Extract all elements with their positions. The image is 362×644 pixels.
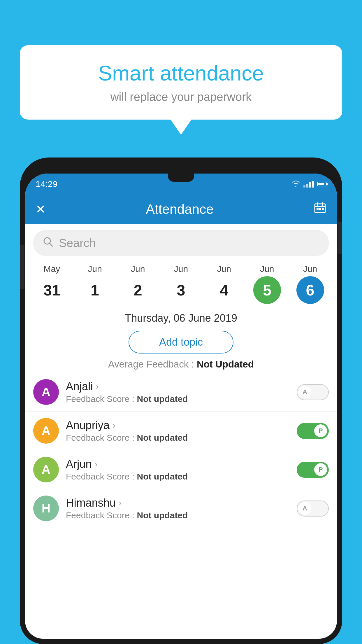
- student-info: Anupriya ›Feedback Score : Not updated: [66, 419, 290, 443]
- avatar: A: [33, 418, 59, 444]
- chevron-icon: ›: [95, 459, 98, 469]
- cal-month-label: Jun: [217, 264, 231, 274]
- phone-screen: 14:29: [25, 174, 337, 639]
- cal-month-label: Jun: [88, 264, 102, 274]
- student-info: Anjali ›Feedback Score : Not updated: [66, 380, 290, 404]
- student-score: Feedback Score : Not updated: [66, 394, 290, 404]
- svg-rect-4: [317, 208, 319, 210]
- status-time: 14:29: [36, 179, 57, 189]
- avatar: A: [33, 457, 59, 482]
- header-title: Attendance: [146, 201, 214, 217]
- chevron-icon: ›: [96, 382, 99, 391]
- attendance-toggle[interactable]: P: [297, 423, 329, 439]
- phone-frame: 14:29: [20, 158, 342, 644]
- chevron-icon: ›: [119, 498, 122, 508]
- power-button: [20, 245, 24, 289]
- student-score: Feedback Score : Not updated: [66, 472, 290, 482]
- cal-date-label: 5: [253, 276, 281, 304]
- cal-date-label: 1: [81, 276, 109, 304]
- avatar: H: [33, 496, 59, 521]
- toggle-knob: A: [298, 386, 311, 398]
- student-row[interactable]: AArjun ›Feedback Score : Not updatedP: [25, 450, 337, 489]
- toggle-knob: P: [314, 463, 327, 476]
- cal-month-label: Jun: [174, 264, 188, 274]
- cal-date-label: 31: [38, 276, 66, 304]
- calendar-day[interactable]: May31: [36, 264, 68, 304]
- attendance-toggle[interactable]: A: [297, 384, 329, 400]
- calendar-day[interactable]: Jun4: [208, 264, 240, 304]
- close-button[interactable]: ✕: [36, 202, 46, 216]
- app-header: ✕ Attendance: [25, 195, 337, 224]
- cal-month-label: Jun: [131, 264, 145, 274]
- signal-icon: [303, 181, 314, 188]
- toggle-knob: P: [314, 424, 327, 437]
- attendance-toggle[interactable]: A: [297, 501, 329, 517]
- chevron-icon: ›: [113, 420, 115, 430]
- cal-date-label: 3: [167, 276, 195, 304]
- student-row[interactable]: HHimanshu ›Feedback Score : Not updatedA: [25, 489, 337, 528]
- student-row[interactable]: AAnupriya ›Feedback Score : Not updatedP: [25, 412, 337, 450]
- svg-rect-6: [322, 208, 324, 210]
- selected-date-label: Thursday, 06 June 2019: [25, 312, 337, 324]
- student-name: Himanshu ›: [66, 497, 290, 509]
- cal-month-label: May: [44, 264, 60, 274]
- student-score: Feedback Score : Not updated: [66, 510, 290, 520]
- avatar: A: [33, 379, 59, 405]
- add-topic-button[interactable]: Add topic: [129, 331, 233, 354]
- student-score: Feedback Score : Not updated: [66, 433, 290, 443]
- student-list: AAnjali ›Feedback Score : Not updatedAAA…: [25, 373, 337, 528]
- cal-date-label: 4: [210, 276, 238, 304]
- search-bar[interactable]: Search: [33, 230, 329, 256]
- svg-rect-5: [319, 208, 321, 210]
- student-name: Anupriya ›: [66, 419, 290, 432]
- student-row[interactable]: AAnjali ›Feedback Score : Not updatedA: [25, 373, 337, 412]
- speech-bubble: Smart attendance will replace your paper…: [20, 45, 342, 120]
- feedback-label: Average Feedback : Not Updated: [25, 359, 337, 370]
- calendar-day[interactable]: Jun1: [79, 264, 111, 304]
- calendar-day[interactable]: Jun6: [294, 264, 326, 304]
- bubble-title: Smart attendance: [37, 61, 325, 85]
- search-placeholder: Search: [59, 237, 96, 250]
- volume-button: [338, 222, 342, 254]
- bubble-subtitle: will replace your paperwork: [37, 90, 325, 104]
- feedback-value: Not Updated: [197, 359, 254, 370]
- calendar-row: May31Jun1Jun2Jun3Jun4Jun5Jun6: [25, 256, 337, 304]
- calendar-day[interactable]: Jun3: [165, 264, 197, 304]
- status-icons: [291, 181, 326, 188]
- cal-date-label: 2: [124, 276, 152, 304]
- calendar-day[interactable]: Jun2: [122, 264, 154, 304]
- wifi-icon: [291, 181, 301, 188]
- attendance-toggle[interactable]: P: [297, 462, 329, 478]
- student-name: Arjun ›: [66, 458, 290, 470]
- student-info: Arjun ›Feedback Score : Not updated: [66, 458, 290, 482]
- speech-bubble-container: Smart attendance will replace your paper…: [20, 45, 342, 120]
- search-icon: [43, 236, 54, 250]
- cal-month-label: Jun: [303, 264, 317, 274]
- cal-month-label: Jun: [260, 264, 274, 274]
- phone-notch: [168, 174, 194, 182]
- calendar-icon[interactable]: [314, 202, 326, 217]
- svg-line-8: [50, 243, 52, 246]
- calendar-day[interactable]: Jun5: [251, 264, 283, 304]
- cal-date-label: 6: [296, 276, 324, 304]
- feedback-prefix: Average Feedback :: [108, 359, 197, 370]
- student-name: Anjali ›: [66, 380, 290, 393]
- toggle-knob: A: [298, 502, 311, 515]
- battery-icon: [317, 182, 326, 186]
- student-info: Himanshu ›Feedback Score : Not updated: [66, 497, 290, 520]
